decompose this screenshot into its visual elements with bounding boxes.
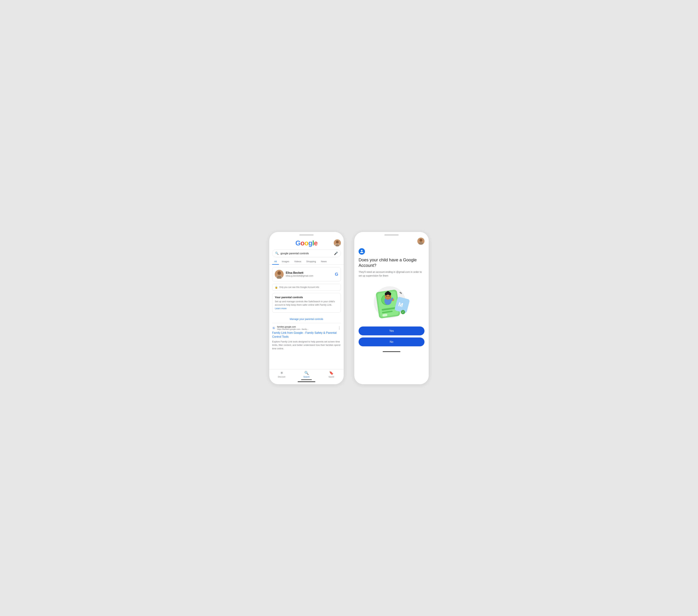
svg-point-1: [336, 241, 339, 243]
lock-icon: 🔒: [275, 286, 278, 289]
search-query: google parental controls: [280, 252, 332, 255]
fl-subtitle: They'll need an account ending in @gmail…: [359, 270, 424, 278]
svg-point-27: [389, 296, 390, 297]
result-snippet: Explore Family Link tools designed to he…: [272, 340, 341, 350]
logo-o1: o: [301, 239, 304, 247]
account-email: elisa.g.beckett@gmail.com: [286, 274, 333, 277]
fl-title: Does your child have a Google Account?: [359, 257, 424, 268]
saved-label: Saved: [329, 376, 334, 378]
google-g-icon[interactable]: G: [335, 272, 338, 277]
account-name: Elisa Beckett: [286, 271, 333, 274]
fl-account-icon: [359, 248, 365, 255]
logo-e: e: [314, 239, 318, 247]
result-site-name: families.google.com: [277, 326, 336, 328]
fl-buttons: Yes No: [359, 327, 424, 346]
home-indicator-left: [298, 382, 315, 382]
logo-g: G: [295, 239, 301, 247]
fl-user-avatar[interactable]: [417, 238, 424, 245]
svg-point-11: [419, 239, 422, 242]
result-url: https://families.google.com › family...: [277, 328, 336, 330]
logo-l: l: [312, 239, 314, 247]
right-phone: Does your child have a Google Account? T…: [354, 232, 429, 384]
saved-icon: 🔖: [329, 371, 334, 375]
manage-parental-controls-link[interactable]: Manage your parental controls: [269, 315, 344, 323]
user-avatar-top[interactable]: [334, 239, 341, 246]
result-favicon: G: [272, 326, 276, 330]
learn-more-link[interactable]: Learn more: [275, 307, 287, 310]
tab-news[interactable]: News: [319, 259, 329, 264]
account-avatar: [275, 270, 284, 279]
home-indicator-right: [383, 351, 400, 352]
tab-shopping[interactable]: Shopping: [304, 259, 318, 264]
logo-o2: o: [304, 239, 308, 247]
parental-controls-card: Your parental controls Set up and manage…: [272, 293, 341, 313]
nav-saved[interactable]: 🔖 Saved: [319, 371, 344, 378]
family-link-screen: Does your child have a Google Account? T…: [354, 235, 429, 384]
result-title[interactable]: Family Link from Google - Family Safety …: [272, 331, 341, 339]
svg-point-5: [277, 271, 281, 275]
result-source-row: G families.google.com https://families.g…: [272, 326, 341, 330]
search-icon: 🔍: [275, 252, 279, 255]
microphone-icon[interactable]: 🎤: [334, 252, 338, 255]
result-options-icon[interactable]: ⋮: [338, 326, 341, 330]
google-logo: Google: [295, 239, 318, 247]
fl-illustration: M ✓: [359, 282, 424, 321]
search-result: G families.google.com https://families.g…: [269, 323, 344, 353]
discover-label: Discover: [278, 376, 285, 378]
logo-g2: g: [308, 239, 312, 247]
parental-controls-title: Your parental controls: [275, 296, 338, 299]
search-bar[interactable]: 🔍 google parental controls 🎤: [272, 249, 341, 257]
account-card[interactable]: Elisa Beckett elisa.g.beckett@gmail.com …: [272, 267, 341, 281]
svg-point-25: [386, 295, 390, 299]
parental-controls-desc: Set up and manage controls like SafeSear…: [275, 300, 338, 310]
svg-point-24: [386, 291, 390, 295]
notice-text: Only you can see this Google Account inf…: [279, 286, 319, 288]
left-phone: Google 🔍 google parental c: [269, 232, 344, 384]
nav-search[interactable]: 🔍 Search: [294, 371, 319, 378]
discover-icon: ✳: [280, 371, 283, 375]
fl-avatar-row: [359, 238, 424, 245]
search-screen: Google 🔍 google parental c: [269, 235, 344, 384]
search-label: Search: [304, 376, 310, 378]
tab-videos[interactable]: Videos: [292, 259, 304, 264]
no-button[interactable]: No: [359, 338, 424, 346]
tab-images[interactable]: Images: [280, 259, 291, 264]
google-header: Google: [269, 238, 344, 248]
bottom-nav: ✳ Discover 🔍 Search 🔖 Saved: [269, 369, 344, 380]
svg-text:G: G: [273, 327, 275, 329]
phones-container: Google 🔍 google parental c: [269, 232, 429, 384]
account-notice: 🔒 Only you can see this Google Account i…: [272, 284, 341, 290]
result-site-info: families.google.com https://families.goo…: [277, 326, 336, 330]
search-nav-icon: 🔍: [304, 371, 309, 375]
nav-discover[interactable]: ✳ Discover: [269, 371, 294, 378]
account-info: Elisa Beckett elisa.g.beckett@gmail.com: [286, 271, 333, 277]
yes-button[interactable]: Yes: [359, 327, 424, 335]
search-tabs: All Images Videos Shopping News: [269, 259, 344, 265]
tab-all[interactable]: All: [272, 259, 279, 265]
svg-point-26: [387, 296, 388, 297]
